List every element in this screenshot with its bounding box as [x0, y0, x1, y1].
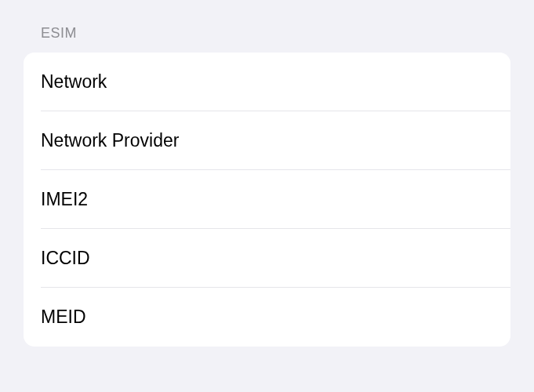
settings-group-esim: Network Network Provider IMEI2 ICCID MEI… [24, 53, 510, 347]
settings-container: ESIM Network Network Provider IMEI2 ICCI… [0, 0, 534, 347]
row-label: Network Provider [41, 130, 179, 151]
row-label: IMEI2 [41, 189, 88, 209]
settings-row-meid[interactable]: MEID [24, 288, 510, 347]
row-label: Network [41, 71, 107, 92]
row-label: ICCID [41, 248, 90, 268]
settings-row-iccid[interactable]: ICCID [24, 229, 510, 288]
settings-row-network-provider[interactable]: Network Provider [24, 111, 510, 170]
row-label: MEID [41, 307, 86, 327]
settings-row-network[interactable]: Network [24, 53, 510, 111]
settings-row-imei2[interactable]: IMEI2 [24, 170, 510, 229]
section-header-esim: ESIM [41, 25, 510, 42]
